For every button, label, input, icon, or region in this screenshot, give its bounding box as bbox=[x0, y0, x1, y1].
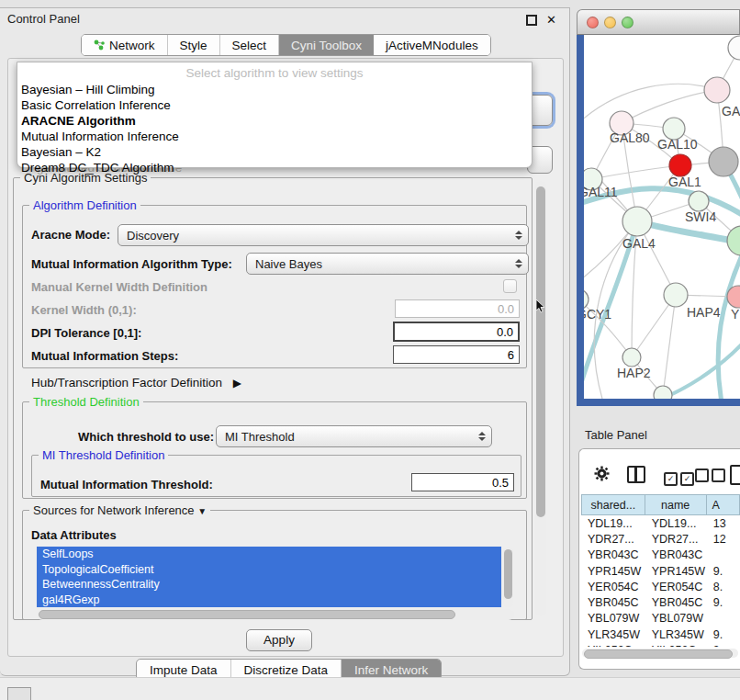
data-attributes-list: SelfLoops TopologicalCoefficient Between… bbox=[37, 547, 501, 607]
attribute-item-selected[interactable]: TopologicalCoefficient bbox=[37, 562, 501, 578]
apply-button[interactable]: Apply bbox=[246, 629, 312, 651]
float-window-icon[interactable] bbox=[526, 14, 538, 26]
mi-threshold-label: Mutual Information Threshold: bbox=[40, 478, 213, 491]
export-table-icon[interactable] bbox=[730, 465, 740, 485]
table-row[interactable]: YDR27...YDR27...12 bbox=[581, 531, 740, 547]
attributes-hscrollbar[interactable] bbox=[37, 609, 514, 620]
svg-text:SWI4: SWI4 bbox=[685, 209, 716, 224]
table-header-row: shared... name A bbox=[581, 494, 740, 515]
svg-text:GAL1: GAL1 bbox=[668, 175, 701, 189]
node-swi4[interactable] bbox=[689, 191, 709, 211]
table-hscrollbar-thumb[interactable] bbox=[584, 649, 733, 659]
table-row[interactable]: YER054CYER054C8. bbox=[581, 579, 740, 594]
algorithm-option-selected[interactable]: ARACNE Algorithm bbox=[21, 113, 526, 129]
node[interactable] bbox=[728, 36, 740, 60]
collapse-down-icon: ▼ bbox=[197, 506, 207, 516]
table-row[interactable]: YDL19...YDL19...13 bbox=[581, 515, 740, 531]
zoom-traffic-light[interactable] bbox=[622, 17, 633, 28]
manual-kernel-label: Manual Kernel Width Definition bbox=[31, 280, 207, 294]
close-window-icon[interactable]: ✕ bbox=[546, 14, 558, 26]
tab-jactivemnodules[interactable]: jActiveMNodules bbox=[374, 35, 490, 55]
algorithm-option[interactable]: Dream8 DC_TDC Algorithm bbox=[21, 160, 526, 175]
tab-label: Network bbox=[109, 39, 155, 52]
svg-text:GAL11: GAL11 bbox=[584, 185, 618, 199]
combo-spinner-icon bbox=[477, 432, 486, 441]
table-hscrollbar[interactable] bbox=[582, 649, 738, 658]
node[interactable] bbox=[654, 386, 672, 399]
mi-steps-field[interactable] bbox=[393, 345, 520, 364]
svg-text:GCY1: GCY1 bbox=[584, 307, 611, 322]
node-gal1[interactable] bbox=[669, 154, 691, 176]
which-threshold-combobox[interactable]: MI Threshold bbox=[216, 425, 492, 447]
algorithm-popup-placeholder: Select algorithm to view settings bbox=[17, 66, 532, 80]
settings-scrollbar-thumb[interactable] bbox=[536, 186, 545, 517]
mi-type-combobox[interactable]: Naive Bayes bbox=[246, 253, 529, 275]
attribute-item-selected[interactable]: gal4RGexp bbox=[37, 593, 501, 608]
column-header-shared-name[interactable]: shared... bbox=[581, 494, 645, 515]
node-green-large[interactable] bbox=[727, 226, 740, 255]
attributes-scrollbar[interactable] bbox=[503, 547, 513, 607]
tab-style[interactable]: Style bbox=[168, 35, 220, 55]
attribute-item-selected[interactable]: BetweennessCentrality bbox=[37, 577, 501, 593]
algorithm-option[interactable]: Bayesian – Hill Climbing bbox=[21, 82, 526, 97]
hub-definition-toggle[interactable]: Hub/Transcription Factor Definition ▶ bbox=[31, 376, 241, 390]
hub-definition-label: Hub/Transcription Factor Definition bbox=[31, 376, 222, 390]
node-gray[interactable] bbox=[709, 147, 738, 176]
algorithm-definition-title: Algorithm Definition bbox=[29, 198, 140, 212]
collapsed-panel-icon[interactable] bbox=[7, 687, 31, 700]
svg-text:HAP2: HAP2 bbox=[617, 366, 651, 380]
minimize-traffic-light[interactable] bbox=[604, 17, 616, 28]
network-canvas[interactable]: GAL GAL80 GAL10 GAL1 GAL11 SWI4 GAL4 GCY… bbox=[584, 35, 740, 399]
node-gal4[interactable] bbox=[622, 207, 652, 236]
tab-cyni-toolbox[interactable]: Cyni Toolbox bbox=[279, 35, 374, 55]
network-icon bbox=[94, 40, 105, 51]
select-all-columns-icon[interactable]: ✓✓ bbox=[664, 469, 694, 486]
table-row[interactable]: YBR045CYBR045C9. bbox=[581, 594, 740, 610]
dpi-tolerance-field[interactable] bbox=[393, 322, 520, 342]
manual-kernel-checkbox[interactable] bbox=[503, 279, 517, 293]
mi-steps-label: Mutual Information Steps: bbox=[31, 349, 178, 363]
control-panel-tabbar: Network Style Select Cyni Toolbox jActiv… bbox=[81, 34, 491, 56]
kernel-width-field[interactable] bbox=[395, 299, 520, 318]
mi-threshold-field[interactable] bbox=[411, 473, 514, 491]
node-gal[interactable] bbox=[704, 77, 730, 103]
table-row[interactable]: YBR043CYBR043C bbox=[581, 548, 740, 563]
table-row[interactable]: YLR345WYLR345W9. bbox=[581, 627, 740, 642]
which-threshold-label: Which threshold to use: bbox=[78, 430, 214, 444]
deselect-all-columns-icon[interactable] bbox=[695, 469, 725, 486]
node-hap2[interactable] bbox=[622, 348, 641, 367]
column-header-name[interactable]: name bbox=[645, 494, 707, 515]
network-node-labels: GAL GAL80 GAL10 GAL1 GAL11 SWI4 GAL4 GCY… bbox=[584, 104, 740, 380]
aracne-mode-label: Aracne Mode: bbox=[31, 228, 110, 242]
attribute-item-selected[interactable]: SelfLoops bbox=[37, 547, 501, 562]
sources-group-title[interactable]: Sources for Network Inference ▼ bbox=[29, 503, 210, 517]
sources-title-text: Sources for Network Inference bbox=[33, 503, 195, 517]
table-row[interactable]: YPR145WYPR145W9. bbox=[581, 563, 740, 579]
algorithm-option[interactable]: Basic Correlation Inference bbox=[21, 97, 526, 113]
aracne-mode-combobox[interactable]: Discovery bbox=[118, 224, 529, 246]
split-columns-icon[interactable] bbox=[627, 466, 645, 483]
kernel-width-label: Kernel Width (0,1): bbox=[31, 303, 137, 317]
table-row[interactable]: YBL079WYBL079W bbox=[581, 611, 740, 627]
algorithm-dropdown-popup: Select algorithm to view settings Bayesi… bbox=[17, 62, 533, 168]
algorithm-option[interactable]: Mutual Information Inference bbox=[21, 129, 526, 144]
bottom-strip bbox=[0, 677, 740, 700]
tab-select[interactable]: Select bbox=[220, 35, 280, 55]
column-header-partial[interactable]: A bbox=[707, 494, 740, 515]
table-row[interactable]: YIL052CYIL052C9 bbox=[581, 642, 740, 647]
mi-threshold-definition-title: MI Threshold Definition bbox=[39, 448, 168, 462]
algorithm-option[interactable]: Bayesian – K2 bbox=[21, 144, 526, 160]
app-root: Control Panel ✕ Network Style Select bbox=[0, 0, 740, 700]
combo-spinner-icon bbox=[514, 259, 522, 268]
attributes-scrollbar-thumb[interactable] bbox=[504, 549, 512, 599]
node-table: shared... name A YDL19...YDL19...13 YDR2… bbox=[581, 494, 740, 647]
network-window-titlebar[interactable] bbox=[577, 9, 740, 35]
data-attributes-label: Data Attributes bbox=[31, 528, 117, 542]
svg-text:Y: Y bbox=[731, 307, 740, 322]
tab-network[interactable]: Network bbox=[82, 35, 168, 55]
table-settings-gear-icon[interactable] bbox=[594, 466, 610, 485]
attributes-hscrollbar-thumb[interactable] bbox=[39, 610, 455, 619]
settings-scrollbar[interactable] bbox=[535, 181, 546, 616]
node-hap4[interactable] bbox=[664, 283, 688, 307]
close-traffic-light[interactable] bbox=[587, 17, 599, 28]
